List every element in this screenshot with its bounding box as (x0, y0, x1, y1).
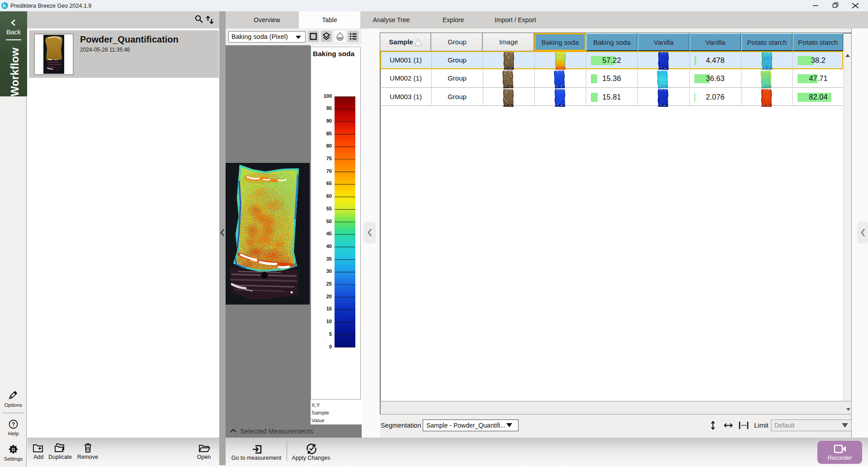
svg-text:?: ? (12, 421, 15, 428)
svg-text:Workflow: Workflow (9, 48, 21, 96)
